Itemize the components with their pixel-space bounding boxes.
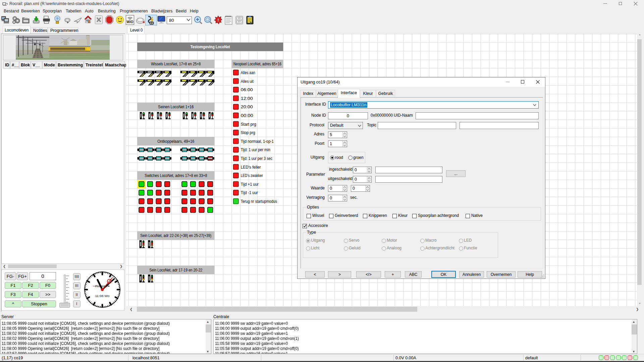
svg-text:Wissels LocoNet, 17+8 en 25+8: Wissels LocoNet, 17+8 en 25+8 — [151, 62, 201, 66]
svg-text:Sein LocoNet, adr 22-24 (+38): Sein LocoNet, adr 22-24 (+38) en 25-27(+… — [140, 233, 211, 238]
svg-text:?: ? — [56, 17, 58, 20]
svg-text:Sein LocoNet, adr 17-19 en 20-: Sein LocoNet, adr 17-19 en 20-22 — [149, 268, 202, 273]
svg-text:LED's feller: LED's feller — [241, 165, 261, 170]
svg-text:11:08 Wo: 11:08 Wo — [95, 294, 110, 298]
svg-text:WiO: WiO — [127, 20, 133, 24]
svg-text:20:00: 20:00 — [241, 105, 253, 109]
svg-text:Stop prg: Stop prg — [241, 130, 255, 135]
svg-text:Switches LocoNet, adres 17+8 e: Switches LocoNet, adres 17+8 en 33+8 — [145, 173, 207, 178]
svg-text:Terug nr startupmodus: Terug nr startupmodus — [241, 199, 277, 204]
svg-text:Alles uit: Alles uit — [241, 79, 254, 84]
svg-text:Ontkoppelaars, 49+16: Ontkoppelaars, 49+16 — [157, 139, 194, 144]
svg-text:Testomgeving LocoNet: Testomgeving LocoNet — [191, 45, 230, 49]
svg-text:12:00: 12:00 — [241, 96, 253, 101]
svg-text:Alles aan: Alles aan — [241, 70, 255, 75]
svg-text:00:00: 00:00 — [241, 113, 253, 118]
svg-text:Tijd +1 uur: Tijd +1 uur — [241, 182, 259, 187]
svg-text:Start prg: Start prg — [241, 122, 256, 127]
svg-text:Neopixel LocoNet, adres 65+16: Neopixel LocoNet, adres 65+16 — [233, 62, 281, 66]
svg-text:Tijd: 1 uur per min: Tijd: 1 uur per min — [241, 147, 270, 152]
svg-text:Tijd -1 uur: Tijd -1 uur — [241, 190, 258, 195]
svg-text:Seinen LocoNet 1+16: Seinen LocoNet 1+16 — [158, 105, 194, 109]
svg-text:!: ! — [218, 18, 219, 22]
svg-text:06:00: 06:00 — [241, 87, 253, 92]
